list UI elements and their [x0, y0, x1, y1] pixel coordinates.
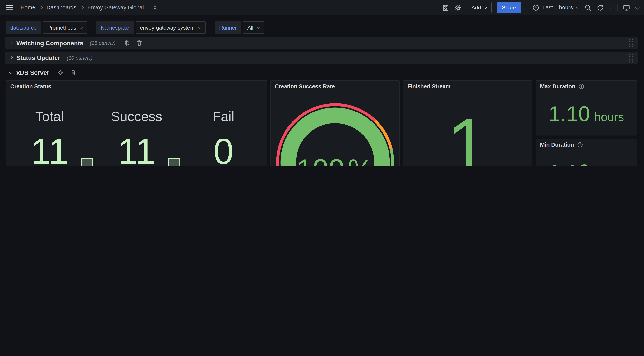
- variable-runner: Runner All: [215, 21, 264, 34]
- panel-title[interactable]: Creation Status: [6, 81, 267, 92]
- row-title[interactable]: Watching Components: [16, 40, 84, 46]
- panel-title[interactable]: Min Duration: [536, 139, 636, 150]
- dropdown-caret-icon: [256, 25, 260, 29]
- time-range-caret-icon: [576, 5, 580, 9]
- stat-fail: Fail 0: [180, 92, 267, 166]
- panel-title-text: Creation Success Rate: [275, 83, 335, 89]
- stat-value: 0: [180, 133, 267, 166]
- divider: [617, 4, 618, 11]
- add-button[interactable]: Add: [466, 2, 492, 13]
- dropdown-caret-icon: [198, 25, 202, 29]
- stat-unit: hours: [594, 110, 624, 124]
- gauge-value-unit: %: [348, 154, 373, 166]
- panel-min-duration: Min Duration 1.10 hours: [536, 139, 637, 166]
- dashboard-settings-gear-icon[interactable]: [454, 4, 461, 11]
- panel-title-text: Creation Status: [10, 83, 51, 89]
- row-header-xds-server[interactable]: xDS Server: [5, 66, 80, 78]
- row-collapsed-caret-icon: [9, 56, 13, 60]
- row-header-status-updater[interactable]: Status Updater (10 panels): [5, 52, 638, 64]
- row-expanded-caret-icon: [9, 70, 13, 74]
- variable-select-runner[interactable]: All: [243, 21, 264, 34]
- refresh-interval-caret-icon[interactable]: [608, 5, 612, 9]
- info-icon[interactable]: [577, 142, 583, 147]
- zoom-out-icon[interactable]: [584, 4, 591, 11]
- breadcrumb-separator-icon: [39, 5, 43, 10]
- row-header-watching-components[interactable]: Watching Components (25 panels): [5, 37, 638, 49]
- variable-label-namespace: Namespace: [96, 21, 134, 34]
- panel-title[interactable]: Creation Success Rate: [271, 81, 399, 92]
- clock-icon: [532, 4, 539, 11]
- stat-value: 11: [6, 133, 93, 166]
- variable-namespace: Namespace envoy-gateway-system: [96, 21, 206, 34]
- variable-value: All: [248, 24, 254, 31]
- panel-title-text: Min Duration: [540, 142, 574, 148]
- row-title[interactable]: Status Updater: [16, 54, 60, 61]
- add-button-label: Add: [472, 4, 481, 11]
- add-caret-icon: [483, 5, 487, 9]
- time-range-picker[interactable]: Last 6 hours: [532, 4, 579, 11]
- info-icon[interactable]: [578, 84, 584, 89]
- variable-select-namespace[interactable]: envoy-gateway-system: [136, 21, 206, 34]
- row-panel-count: (10 panels): [67, 55, 92, 60]
- stat-label: Success: [93, 109, 180, 124]
- row-title[interactable]: xDS Server: [16, 69, 50, 76]
- gauge: 100%: [271, 100, 399, 166]
- kiosk-tv-icon[interactable]: [623, 4, 630, 11]
- panel-title-text: Max Duration: [540, 83, 575, 89]
- stat-total: Total 11: [6, 92, 93, 166]
- stat-value: 11: [93, 133, 180, 166]
- stat-value: 1.10: [548, 161, 590, 166]
- row-delete-trash-icon[interactable]: [136, 40, 142, 46]
- breadcrumb-separator-icon: [80, 5, 84, 10]
- panel-max-duration: Max Duration 1.10 hours: [536, 80, 637, 136]
- variable-datasource: datasource Prometheus: [6, 21, 87, 34]
- collapse-bar-caret-icon[interactable]: [634, 4, 640, 10]
- row-drag-handle[interactable]: [628, 38, 634, 48]
- stat-max-duration: 1.10 hours: [536, 103, 636, 124]
- stat-label: Total: [6, 109, 93, 124]
- row-delete-trash-icon[interactable]: [70, 69, 76, 76]
- variable-label-runner: Runner: [215, 21, 241, 34]
- grafana-dashboard: Home Dashboards Envoy Gateway Global ☆ A…: [0, 0, 644, 166]
- stat-value: 1: [446, 107, 488, 166]
- variable-label-datasource: datasource: [6, 21, 41, 34]
- breadcrumb-dashboards[interactable]: Dashboards: [46, 4, 76, 10]
- variables-bar: datasource Prometheus Namespace envoy-ga…: [6, 21, 264, 34]
- panel-creation-success-rate: Creation Success Rate 100%: [270, 80, 400, 166]
- time-range-label: Last 6 hours: [542, 4, 573, 11]
- breadcrumb-home[interactable]: Home: [20, 4, 35, 10]
- stat-label: Fail: [180, 109, 267, 124]
- row-panel-count: (25 panels): [90, 40, 116, 46]
- panel-title[interactable]: Max Duration: [536, 81, 636, 92]
- row-settings-gear-icon[interactable]: [124, 40, 130, 46]
- row-drag-handle[interactable]: [628, 53, 634, 62]
- stat-min-duration: 1.10 hours: [536, 161, 636, 166]
- variable-value: envoy-gateway-system: [140, 24, 194, 31]
- dropdown-caret-icon: [79, 25, 84, 29]
- variable-select-datasource[interactable]: Prometheus: [43, 21, 88, 34]
- variable-value: Prometheus: [47, 24, 76, 31]
- refresh-icon[interactable]: [597, 4, 604, 11]
- divider: [526, 4, 527, 11]
- top-bar: Home Dashboards Envoy Gateway Global ☆ A…: [0, 0, 644, 15]
- stat-success: Success 11: [93, 92, 180, 166]
- panel-title-text: Finished Stream: [408, 83, 450, 89]
- favorite-star-icon[interactable]: ☆: [152, 4, 158, 10]
- row-collapsed-caret-icon: [9, 41, 13, 45]
- panel-title[interactable]: Finished Stream: [403, 81, 532, 92]
- row-settings-gear-icon[interactable]: [58, 69, 64, 76]
- stat-finished-stream: 1: [403, 92, 532, 166]
- hamburger-menu-icon[interactable]: [6, 5, 13, 10]
- save-dashboard-icon[interactable]: [442, 4, 449, 11]
- share-button[interactable]: Share: [497, 2, 521, 13]
- stat-value: 1.10: [548, 103, 590, 124]
- breadcrumb-current: Envoy Gateway Global: [88, 4, 144, 10]
- stat-columns: Total 11 Success 11 Fail 0: [6, 92, 267, 166]
- panel-finished-stream: Finished Stream 1: [403, 80, 532, 166]
- panel-creation-status: Creation Status Total 11 Success 11 Fail…: [6, 80, 268, 166]
- gauge-value: 100%: [271, 150, 399, 166]
- gauge-value-number: 100: [296, 154, 344, 166]
- share-button-label: Share: [502, 4, 516, 11]
